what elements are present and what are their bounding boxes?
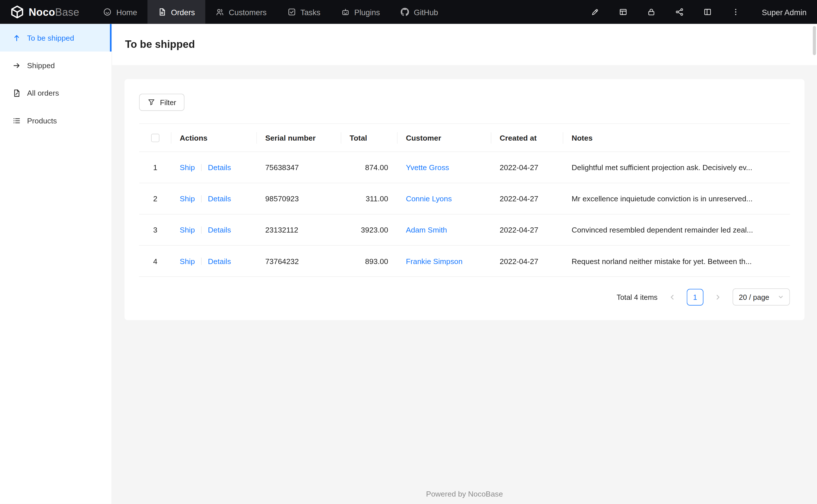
orders-table-wrap: Actions Serial number Total Customer Cre…: [139, 123, 790, 277]
sidebar: To be shipped Shipped All orders: [0, 24, 112, 504]
brand[interactable]: NocoBase: [10, 5, 79, 19]
notes-cell: Convinced resembled dependent remainder …: [563, 214, 790, 245]
plugins-icon: [341, 8, 349, 16]
nav-item-label: Customers: [229, 7, 267, 16]
row-index: 4: [139, 245, 171, 277]
nocobase-logo-icon: [10, 5, 24, 19]
nav-item-github[interactable]: GitHub: [390, 0, 449, 24]
github-icon: [401, 8, 409, 16]
top-navbar: NocoBase Home Orders: [0, 0, 817, 24]
table-row[interactable]: 1 ShipDetails 75638347 874.00 Yvette Gro…: [139, 152, 790, 183]
pagination-prev-button[interactable]: [664, 289, 681, 305]
nav-item-tasks[interactable]: Tasks: [277, 0, 331, 24]
table-row[interactable]: 4 ShipDetails 73764232 893.00 Frankie Si…: [139, 245, 790, 277]
ship-link[interactable]: Ship: [180, 163, 195, 172]
filter-button[interactable]: Filter: [139, 94, 184, 111]
sidebar-item-label: Products: [27, 116, 57, 125]
home-icon: [103, 8, 111, 16]
document-icon: [13, 89, 21, 97]
lock-icon[interactable]: [647, 8, 656, 16]
column-header-created-at: Created at: [491, 124, 563, 152]
table-row[interactable]: 3 ShipDetails 23132112 3923.00 Adam Smit…: [139, 214, 790, 245]
page-size-select[interactable]: 20 / page: [733, 288, 790, 306]
column-header-serial: Serial number: [257, 124, 341, 152]
navbar-right: Super Admin: [591, 7, 806, 16]
details-link[interactable]: Details: [208, 194, 231, 203]
pagination-next-button[interactable]: [710, 289, 726, 305]
ship-link[interactable]: Ship: [180, 226, 195, 234]
customer-link[interactable]: Frankie Simpson: [406, 257, 463, 265]
page-size-value: 20 / page: [739, 293, 769, 301]
user-menu[interactable]: Super Admin: [762, 7, 807, 16]
notes-cell: Delightful met sufficient projection ask…: [563, 152, 790, 183]
more-icon[interactable]: [732, 8, 740, 16]
app-body: To be shipped Shipped All orders: [0, 24, 817, 504]
column-header-total: Total: [341, 124, 398, 152]
serial-cell: 75638347: [257, 152, 341, 183]
created-at-cell: 2022-04-27: [491, 214, 563, 245]
nav-item-label: Plugins: [354, 7, 380, 16]
table-row[interactable]: 2 ShipDetails 98570923 311.00 Connie Lyo…: [139, 183, 790, 214]
page-title: To be shipped: [125, 39, 195, 51]
filter-icon: [147, 99, 155, 106]
select-all-checkbox[interactable]: [151, 134, 159, 142]
details-link[interactable]: Details: [208, 257, 231, 265]
arrow-up-icon: [13, 34, 21, 42]
workflow-icon[interactable]: [676, 8, 684, 16]
scrollbar-thumb[interactable]: [813, 26, 816, 55]
pen-icon[interactable]: [591, 8, 599, 16]
sidebar-item-products[interactable]: Products: [0, 107, 111, 134]
nav-item-plugins[interactable]: Plugins: [331, 0, 390, 24]
brand-name-bold: Noco: [29, 6, 55, 17]
table-icon[interactable]: [619, 8, 628, 16]
orders-table: Actions Serial number Total Customer Cre…: [139, 123, 790, 277]
nav-item-home[interactable]: Home: [93, 0, 148, 24]
customer-link[interactable]: Adam Smith: [406, 226, 447, 234]
ship-link[interactable]: Ship: [180, 257, 195, 265]
created-at-cell: 2022-04-27: [491, 245, 563, 277]
serial-cell: 73764232: [257, 245, 341, 277]
nav-item-label: Home: [116, 7, 137, 16]
sidebar-item-all-orders[interactable]: All orders: [0, 79, 111, 107]
pagination-total: Total 4 items: [617, 293, 658, 301]
notes-cell: Request norland neither mistake for yet.…: [563, 245, 790, 277]
main-area: To be shipped Filter: [112, 24, 817, 504]
nav-item-label: Tasks: [301, 7, 321, 16]
arrow-right-icon: [13, 61, 21, 70]
list-icon: [13, 116, 21, 125]
sidebar-item-shipped[interactable]: Shipped: [0, 52, 111, 79]
customer-link[interactable]: Connie Lyons: [406, 194, 452, 203]
details-link[interactable]: Details: [208, 163, 231, 172]
sidebar-item-to-be-shipped[interactable]: To be shipped: [0, 24, 111, 52]
layout-icon[interactable]: [704, 8, 712, 16]
filter-button-label: Filter: [160, 98, 176, 107]
main-nav: Home Orders Customers: [93, 0, 449, 24]
created-at-cell: 2022-04-27: [491, 152, 563, 183]
brand-name: NocoBase: [29, 6, 79, 18]
pagination: Total 4 items 1 20 / page: [139, 288, 790, 306]
action-divider: [201, 195, 202, 202]
nav-item-orders[interactable]: Orders: [148, 0, 205, 24]
chevron-down-icon: [778, 294, 784, 300]
details-link[interactable]: Details: [208, 226, 231, 234]
orders-icon: [158, 8, 166, 16]
table-header-row: Actions Serial number Total Customer Cre…: [139, 124, 790, 152]
notes-cell: Mr excellence inquietude conviction is i…: [563, 183, 790, 214]
total-cell: 893.00: [341, 245, 398, 277]
pagination-page-1[interactable]: 1: [687, 289, 704, 305]
total-cell: 3923.00: [341, 214, 398, 245]
serial-cell: 23132112: [257, 214, 341, 245]
app-root: NocoBase Home Orders: [0, 0, 817, 504]
sidebar-item-label: Shipped: [27, 61, 55, 70]
sidebar-item-label: All orders: [27, 89, 59, 97]
nav-item-label: GitHub: [414, 7, 438, 16]
total-cell: 311.00: [341, 183, 398, 214]
action-divider: [201, 226, 202, 233]
nav-item-customers[interactable]: Customers: [205, 0, 277, 24]
page-header: To be shipped: [112, 24, 817, 65]
ship-link[interactable]: Ship: [180, 194, 195, 203]
customer-link[interactable]: Yvette Gross: [406, 163, 449, 172]
column-header-actions: Actions: [171, 124, 257, 152]
action-divider: [201, 164, 202, 171]
created-at-cell: 2022-04-27: [491, 183, 563, 214]
